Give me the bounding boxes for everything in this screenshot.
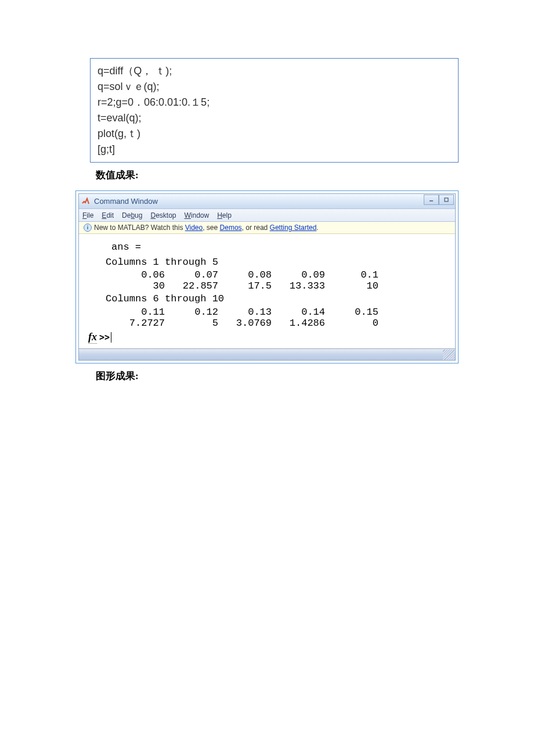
link-getting-started[interactable]: Getting Started <box>270 224 317 232</box>
prompt-line[interactable]: fx >> <box>88 331 446 344</box>
menu-debug[interactable]: Debug <box>122 211 142 219</box>
data-row: 0.11 0.12 0.13 0.14 0.15 <box>88 307 446 318</box>
label-numeric-result: 数值成果: <box>96 168 534 182</box>
info-icon: i <box>84 224 92 232</box>
columns-label: Columns 6 through 10 <box>88 291 446 307</box>
code-line: t=eval(q); <box>98 110 451 126</box>
code-block: q=diff（Q， ｔ); q=solｖｅ(q); r=2;g=0．06:0.0… <box>90 58 459 163</box>
code-line: q=solｖｅ(q); <box>98 79 451 95</box>
menu-desktop[interactable]: Desktop <box>150 211 176 219</box>
titlebar: Command Window <box>79 194 455 209</box>
resize-grip[interactable] <box>443 350 454 360</box>
data-row: 0.06 0.07 0.08 0.09 0.1 <box>88 269 446 280</box>
menubar: File Edit Debug Desktop Window Help <box>79 209 455 222</box>
code-line: plot(g,ｔ) <box>98 126 451 142</box>
titlebar-text: Command Window <box>94 197 158 206</box>
window-controls <box>424 195 454 205</box>
output-area[interactable]: ans = Columns 1 through 5 0.06 0.07 0.08… <box>79 234 455 348</box>
ans-label: ans = <box>88 240 446 255</box>
command-window: Command Window File Edit Debug Desktop W… <box>78 193 456 361</box>
menu-file[interactable]: File <box>82 211 93 219</box>
data-row: 7.2727 5 3.0769 1.4286 0 <box>88 318 446 329</box>
svg-rect-1 <box>445 198 448 201</box>
fx-prompt: fx <box>88 331 97 344</box>
infobar: i New to MATLAB? Watch this Video, see D… <box>79 222 455 234</box>
maximize-button[interactable] <box>439 195 454 205</box>
link-video[interactable]: Video <box>185 224 203 232</box>
text-cursor <box>111 332 111 343</box>
menu-window[interactable]: Window <box>184 211 209 219</box>
minimize-button[interactable] <box>424 195 439 205</box>
columns-label: Columns 1 through 5 <box>88 255 446 270</box>
code-line: [g;t] <box>98 142 451 157</box>
data-row: 30 22.857 17.5 13.333 10 <box>88 280 446 291</box>
link-demos[interactable]: Demos <box>220 224 242 232</box>
code-line: q=diff（Q， ｔ); <box>98 63 451 79</box>
menu-help[interactable]: Help <box>217 211 232 219</box>
matlab-icon <box>81 197 91 206</box>
menu-edit[interactable]: Edit <box>102 211 114 219</box>
prompt-chevrons: >> <box>99 332 110 343</box>
matlab-container: Command Window File Edit Debug Desktop W… <box>75 190 459 363</box>
code-line: r=2;g=0．06:0.01:0.１5; <box>98 95 451 110</box>
infobar-text: New to MATLAB? Watch this Video, see Dem… <box>94 224 319 232</box>
statusbar <box>79 348 455 360</box>
label-graphic-result: 图形成果: <box>96 369 534 383</box>
